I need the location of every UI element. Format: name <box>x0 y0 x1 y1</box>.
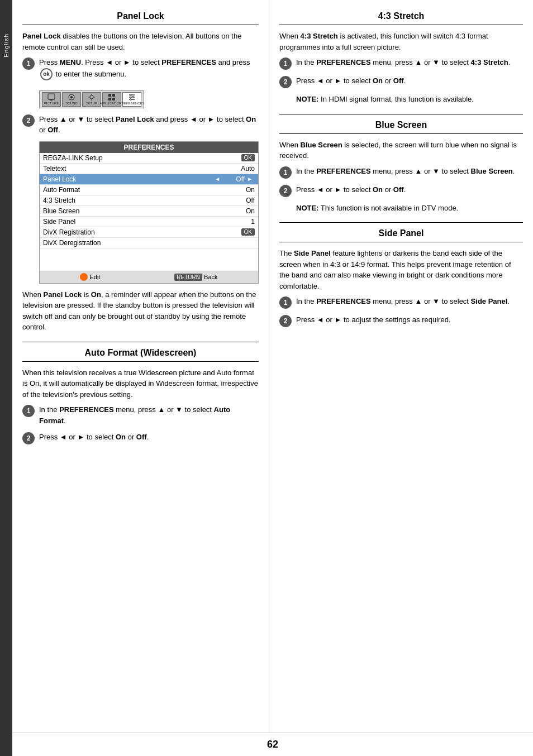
side-panel-step-num-2: 2 <box>279 315 292 327</box>
side-panel-step-num-1: 1 <box>279 296 292 309</box>
pref-row-teletext: Teletext Auto <box>40 164 258 174</box>
auto-format-section: Auto Format (Widescreen) When this telev… <box>22 348 259 445</box>
step-num-1: 1 <box>22 58 35 70</box>
pref-row-autoformat: Auto Format On <box>40 185 258 195</box>
step-num-2: 2 <box>22 114 35 127</box>
stretch-43-step2-text: Press ◄ or ► to select On or Off. <box>296 75 523 87</box>
preferences-table: PREFERENCES REGZA-LINK Setup OK Teletext… <box>39 141 259 284</box>
preferences-menu-icon: PREFERENCES <box>122 92 141 107</box>
main-content: Panel Lock Panel Lock disables the butto… <box>12 0 533 756</box>
panel-lock-title: Panel Lock <box>22 11 259 25</box>
auto-format-title: Auto Format (Widescreen) <box>22 348 259 362</box>
auto-format-divider <box>22 342 259 342</box>
pref-row-regza: REGZA-LINK Setup OK <box>40 153 258 164</box>
auto-format-step-num-1: 1 <box>22 405 35 417</box>
side-tab: English <box>0 0 12 756</box>
panel-lock-note: When Panel Lock is On, a reminder will a… <box>22 289 259 333</box>
panel-lock-step2-text: Press ▲ or ▼ to select Panel Lock and pr… <box>39 114 259 136</box>
stretch-43-description: When 4:3 Stretch is activated, this func… <box>279 31 523 52</box>
auto-format-step-num-2: 2 <box>22 432 35 444</box>
panel-lock-step1-text: Press MENU. Press ◄ or ► to select PREFE… <box>39 57 259 80</box>
picture-menu-icon: PICTURE <box>42 92 61 107</box>
blue-screen-title: Blue Screen <box>279 120 523 134</box>
panel-lock-description: Panel Lock disables the buttons on the t… <box>22 31 259 52</box>
svg-rect-2 <box>49 99 54 99</box>
pref-row-bluescreen: Blue Screen On <box>40 206 258 217</box>
menu-icon-bar: PICTURE SOUND <box>39 90 144 108</box>
stretch-43-title: 4:3 Stretch <box>279 11 523 25</box>
pref-row-43stretch: 4:3 Stretch Off <box>40 195 258 206</box>
columns: Panel Lock Panel Lock disables the butto… <box>12 0 533 733</box>
svg-rect-12 <box>108 98 111 101</box>
blue-screen-section: Blue Screen When Blue Screen is selected… <box>279 120 523 214</box>
panel-lock-section: Panel Lock Panel Lock disables the butto… <box>22 11 259 333</box>
stretch-43-step1: 1 In the PREFERENCES menu, press ▲ or ▼ … <box>279 57 523 70</box>
stretch-43-step-num-2: 2 <box>279 76 292 88</box>
side-panel-step2-text: Press ◄ or ► to adjust the settings as r… <box>296 314 523 326</box>
side-panel-step1-text: In the PREFERENCES menu, press ▲ or ▼ to… <box>296 296 523 307</box>
pref-table-spacer <box>40 248 258 271</box>
edit-circle-icon <box>80 273 88 281</box>
side-panel-step2: 2 Press ◄ or ► to adjust the settings as… <box>279 314 523 327</box>
page-container: English Panel Lock Panel Lock disables t… <box>0 0 533 756</box>
page-number: 62 <box>12 733 533 756</box>
stretch-43-section: 4:3 Stretch When 4:3 Stretch is activate… <box>279 11 523 105</box>
stretch-43-step-num-1: 1 <box>279 58 292 70</box>
side-panel-title: Side Panel <box>279 228 523 242</box>
svg-rect-1 <box>50 99 53 101</box>
stretch-43-note: NOTE: In HDMI signal format, this functi… <box>296 94 523 105</box>
auto-format-step1: 1 In the PREFERENCES menu, press ▲ or ▼ … <box>22 404 259 426</box>
setup-menu-icon: SETUP <box>82 92 101 107</box>
svg-rect-10 <box>108 94 111 97</box>
auto-format-step1-text: In the PREFERENCES menu, press ▲ or ▼ to… <box>39 404 259 426</box>
side-panel-description: The Side Panel feature lightens or darke… <box>279 248 523 291</box>
pref-row-divxdereg: DivX Deregistration <box>40 238 258 248</box>
auto-format-step2: 2 Press ◄ or ► to select On or Off. <box>22 432 259 444</box>
svg-point-19 <box>130 99 132 101</box>
blue-screen-description: When Blue Screen is selected, the screen… <box>279 140 523 161</box>
auto-format-description: When this television receives a true Wid… <box>22 367 259 400</box>
side-panel-divider <box>279 222 523 223</box>
stretch-43-step2: 2 Press ◄ or ► to select On or Off. <box>279 75 523 88</box>
svg-point-17 <box>130 94 132 96</box>
blue-screen-note: NOTE: This function is not available in … <box>296 203 523 214</box>
auto-format-step2-text: Press ◄ or ► to select On or Off. <box>39 432 259 443</box>
svg-rect-0 <box>48 94 55 99</box>
panel-lock-step1: 1 Press MENU. Press ◄ or ► to select PRE… <box>22 57 259 80</box>
right-column: 4:3 Stretch When 4:3 Stretch is activate… <box>269 0 533 733</box>
svg-rect-11 <box>112 94 115 97</box>
blue-screen-step-num-1: 1 <box>279 166 292 179</box>
blue-screen-step1-text: In the PREFERENCES menu, press ▲ or ▼ to… <box>296 166 523 177</box>
svg-point-18 <box>132 97 134 98</box>
applications-menu-icon: APPLICATIONS <box>102 92 121 107</box>
side-tab-label: English <box>3 34 9 58</box>
blue-screen-step2: 2 Press ◄ or ► to select On or Off. <box>279 184 523 197</box>
side-panel-section: Side Panel The Side Panel feature lighte… <box>279 228 523 327</box>
blue-screen-step1: 1 In the PREFERENCES menu, press ▲ or ▼ … <box>279 166 523 179</box>
preferences-table-footer: Edit RETURN Back <box>40 271 258 283</box>
ok-circle: ok <box>40 68 53 80</box>
pref-row-sidepanel: Side Panel 1 <box>40 217 258 227</box>
panel-lock-step2: 2 Press ▲ or ▼ to select Panel Lock and … <box>22 114 259 136</box>
svg-point-5 <box>90 95 93 99</box>
blue-screen-step2-text: Press ◄ or ► to select On or Off. <box>296 184 523 195</box>
preferences-table-header: PREFERENCES <box>40 142 258 153</box>
stretch-43-step1-text: In the PREFERENCES menu, press ▲ or ▼ to… <box>296 57 523 68</box>
edit-footer-item: Edit <box>80 273 100 281</box>
blue-screen-step-num-2: 2 <box>279 185 292 197</box>
svg-point-4 <box>70 96 73 98</box>
svg-rect-13 <box>112 98 115 101</box>
sound-menu-icon: SOUND <box>62 92 81 107</box>
pref-row-panellock: Panel Lock ◄ Off ► <box>40 174 258 185</box>
return-badge: RETURN <box>174 274 202 281</box>
pref-row-divxreg: DivX Registration OK <box>40 227 258 238</box>
side-panel-step1: 1 In the PREFERENCES menu, press ▲ or ▼ … <box>279 296 523 309</box>
blue-screen-divider <box>279 114 523 114</box>
left-column: Panel Lock Panel Lock disables the butto… <box>12 0 269 733</box>
